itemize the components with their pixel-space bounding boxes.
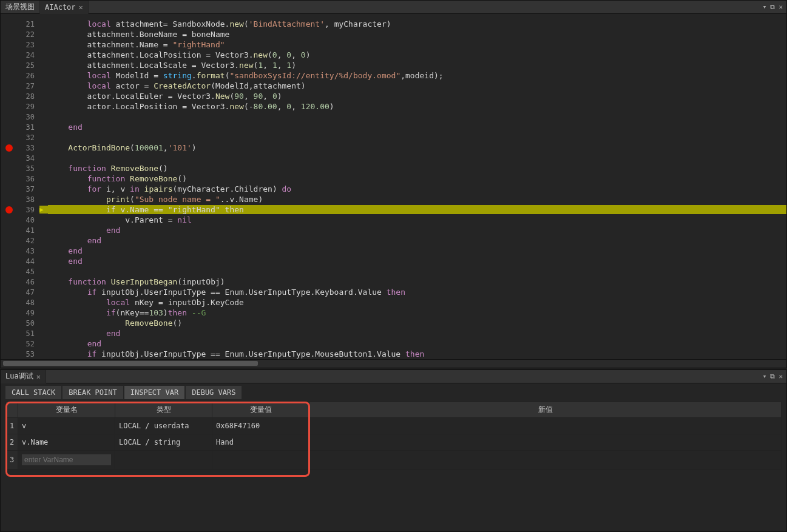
code-line[interactable]: 49 if(nKey==103)then --G — [1, 308, 786, 318]
code-line[interactable]: 38 print("Sub node name = "..v.Name) — [1, 194, 786, 204]
code-line[interactable]: 26 local ModelId = string.format("sandbo… — [1, 70, 786, 81]
code-line[interactable]: 53 if inputObj.UserInputType == Enum.Use… — [1, 349, 786, 359]
code-text[interactable]: function RemoveBone() — [48, 164, 786, 173]
breakpoint-gutter[interactable] — [1, 144, 18, 152]
close-icon[interactable]: ✕ — [79, 3, 83, 12]
code-text[interactable]: local actor = CreatedActor(ModelId,attac… — [48, 81, 786, 90]
code-line[interactable]: 35 function RemoveBone() — [1, 163, 786, 173]
code-line[interactable]: 50 RemoveBone() — [1, 318, 786, 328]
code-text[interactable]: ActorBindBone(100001,'101') — [48, 143, 786, 152]
tab-lua-debug[interactable]: Lua调试 ✕ — [1, 370, 46, 383]
code-text[interactable]: attachment.BoneName = boneName — [48, 30, 786, 39]
code-text[interactable]: end — [48, 246, 786, 255]
code-line[interactable]: 32 — [1, 132, 786, 143]
code-line[interactable]: 45 — [1, 266, 786, 277]
code-text[interactable]: local ModelId = string.format("sandboxSy… — [48, 71, 786, 80]
code-text[interactable]: actor.LocalEuler = Vector3.New(90, 90, 0… — [48, 92, 786, 101]
code-line[interactable]: 33 ActorBindBone(100001,'101') — [1, 143, 786, 153]
code-line[interactable]: 52 end — [1, 338, 786, 349]
code-text[interactable]: end — [48, 339, 786, 348]
code-text[interactable]: attachment.Name = "rightHand" — [48, 40, 786, 49]
code-text[interactable]: end — [48, 329, 786, 338]
code-line[interactable]: 39▶ if v.Name == "rightHand" then — [1, 204, 786, 215]
code-line[interactable]: 23 attachment.Name = "rightHand" — [1, 39, 786, 50]
cell-value — [212, 451, 309, 470]
code-text[interactable]: RemoveBone() — [48, 318, 786, 328]
code-line[interactable]: 41 end — [1, 225, 786, 235]
code-text[interactable]: local attachment= SandboxNode.new('BindA… — [48, 19, 786, 29]
close-icon[interactable]: ✕ — [779, 3, 783, 11]
debug-tab-debug-vars[interactable]: DEBUG VARS — [186, 386, 242, 399]
code-text[interactable]: if inputObj.UserInputType == Enum.UserIn… — [48, 349, 786, 359]
code-line[interactable]: 44 end — [1, 256, 786, 266]
cell-newvalue[interactable] — [309, 434, 782, 451]
dropdown-icon[interactable]: ▾ — [763, 372, 767, 380]
cell-newvalue[interactable] — [309, 451, 782, 470]
code-line[interactable]: 31 end — [1, 122, 786, 132]
breakpoint-icon[interactable] — [5, 206, 13, 214]
variables-table: 变量名 类型 变量值 新值 1vLOCAL / userdata0x68F471… — [5, 402, 782, 470]
code-text[interactable]: if inputObj.UserInputType == Enum.UserIn… — [48, 288, 786, 297]
code-line[interactable]: 40 v.Parent = nil — [1, 215, 786, 225]
breakpoint-icon[interactable] — [5, 144, 13, 152]
code-line[interactable]: 21 local attachment= SandboxNode.new('Bi… — [1, 19, 786, 29]
code-line[interactable]: 37 for i, v in ipairs(myCharacter.Childr… — [1, 184, 786, 194]
debug-tab-inspect-var[interactable]: INSPECT VAR — [124, 386, 184, 399]
code-text[interactable]: function UserInputBegan(inputObj) — [48, 277, 786, 286]
horizontal-scrollbar[interactable] — [1, 359, 786, 368]
code-line[interactable]: 36 function RemoveBone() — [1, 173, 786, 184]
code-line[interactable]: 25 attachment.LocalScale = Vector3.new(1… — [1, 60, 786, 70]
code-line[interactable]: 27 local actor = CreatedActor(ModelId,at… — [1, 81, 786, 91]
cell-varname-input[interactable] — [18, 451, 115, 470]
table-row[interactable]: 1vLOCAL / userdata0x68F47160 — [6, 418, 782, 434]
code-text[interactable]: end — [48, 236, 786, 245]
code-text[interactable]: if(nKey==103)then --G — [48, 308, 786, 317]
code-text[interactable]: attachment.LocalScale = Vector3.new(1, 1… — [48, 61, 786, 70]
code-text[interactable]: local nKey = inputObj.KeyCode — [48, 298, 786, 307]
code-line[interactable]: 34 — [1, 153, 786, 163]
code-text[interactable]: print("Sub node name = "..v.Name) — [48, 195, 786, 204]
code-text[interactable]: if v.Name == "rightHand" then — [48, 205, 786, 214]
breakpoint-gutter[interactable] — [1, 206, 18, 214]
code-text[interactable]: function RemoveBone() — [48, 174, 786, 183]
debug-tab-break-point[interactable]: BREAK POINT — [62, 386, 123, 399]
close-icon[interactable]: ✕ — [36, 372, 41, 381]
code-line[interactable]: 28 actor.LocalEuler = Vector3.New(90, 90… — [1, 91, 786, 101]
code-line[interactable]: 46 function UserInputBegan(inputObj) — [1, 277, 786, 287]
code-text[interactable]: end — [48, 257, 786, 266]
table-row[interactable]: 2v.NameLOCAL / stringHand — [6, 434, 782, 451]
cell-newvalue[interactable] — [309, 418, 782, 434]
code-line[interactable]: 22 attachment.BoneName = boneName — [1, 29, 786, 39]
code-text[interactable]: attachment.LocalPosition = Vector3.new(0… — [48, 50, 786, 59]
tab-scene-view[interactable]: 场景视图 — [1, 1, 40, 14]
debug-tab-call-stack[interactable]: CALL STACK — [5, 386, 61, 399]
line-number: 36 — [18, 175, 39, 183]
restore-icon[interactable]: ⧉ — [770, 372, 775, 380]
code-text[interactable]: end — [48, 226, 786, 235]
dropdown-icon[interactable]: ▾ — [763, 3, 767, 11]
panel-window-controls: ▾ ⧉ ✕ — [763, 372, 786, 380]
code-line[interactable]: 47 if inputObj.UserInputType == Enum.Use… — [1, 287, 786, 297]
code-line[interactable]: 30 — [1, 112, 786, 122]
code-editor[interactable]: 21 local attachment= SandboxNode.new('Bi… — [1, 14, 786, 359]
code-line[interactable]: 51 end — [1, 328, 786, 338]
code-text[interactable]: for i, v in ipairs(myCharacter.Children)… — [48, 184, 786, 194]
editor-tabbar: 场景视图 AIActor ✕ ▾ ⧉ ✕ — [1, 1, 786, 14]
close-icon[interactable]: ✕ — [779, 372, 783, 380]
code-line[interactable]: 24 attachment.LocalPosition = Vector3.ne… — [1, 50, 786, 60]
code-line[interactable]: 43 end — [1, 246, 786, 256]
code-line[interactable]: 48 local nKey = inputObj.KeyCode — [1, 297, 786, 308]
varname-input[interactable] — [22, 454, 111, 465]
scrollbar-thumb[interactable] — [3, 361, 258, 366]
table-row-entry[interactable]: 3 — [6, 451, 782, 470]
line-number: 30 — [18, 113, 39, 121]
code-line[interactable]: 42 end — [1, 235, 786, 246]
debug-tabbar: Lua调试 ✕ ▾ ⧉ ✕ — [1, 370, 786, 383]
code-text[interactable]: actor.LocalPosition = Vector3.new(-80.00… — [48, 102, 786, 111]
code-text[interactable]: v.Parent = nil — [48, 215, 786, 224]
tab-aiactor[interactable]: AIActor ✕ — [40, 1, 89, 14]
cell-type — [115, 451, 212, 470]
restore-icon[interactable]: ⧉ — [770, 3, 775, 11]
code-text[interactable]: end — [48, 123, 786, 132]
code-line[interactable]: 29 actor.LocalPosition = Vector3.new(-80… — [1, 101, 786, 112]
